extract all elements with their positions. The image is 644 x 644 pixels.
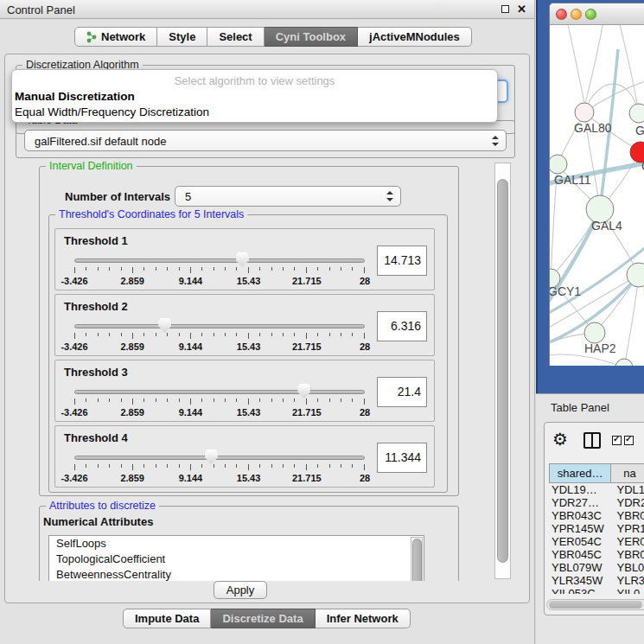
slider-thumb[interactable] (236, 252, 249, 267)
slider-tick-label: 9.144 (179, 473, 203, 483)
name-cell[interactable]: YBR0 (612, 548, 644, 561)
float-window-icon[interactable] (501, 5, 509, 13)
shared-name-cell[interactable]: YLR345W (549, 574, 612, 587)
tab-cyni-toolbox[interactable]: Cyni Toolbox (265, 27, 358, 47)
shared-name-cell[interactable]: YBR045C (549, 548, 612, 561)
table-data-combobox[interactable]: galFiltered.sif default node (24, 130, 507, 151)
checkbox-icon[interactable] (624, 436, 634, 445)
algorithm-option-equal-width[interactable]: Equal Width/Frequency Discretization (14, 105, 209, 118)
tab-jactivemnodules[interactable]: jActiveMNodules (358, 27, 472, 47)
table-row[interactable]: YBR043CYBR0 (549, 509, 644, 522)
network-edge[interactable] (585, 25, 603, 104)
shared-name-cell[interactable]: YBL079W (549, 561, 612, 574)
name-cell[interactable]: YPR1 (612, 522, 644, 535)
network-node[interactable] (629, 104, 644, 123)
table-data-value: galFiltered.sif default node (35, 134, 166, 147)
tab-discretize-data[interactable]: Discretize Data (211, 609, 315, 628)
table-row[interactable]: YBL079WYBL0 (549, 561, 644, 574)
network-edge[interactable] (619, 25, 639, 113)
shared-name-cell[interactable]: YIL053C (549, 587, 612, 594)
network-edge[interactable] (567, 25, 584, 103)
control-panel-tabs: NetworkStyleSelectCyni ToolboxjActiveMNo… (74, 27, 472, 47)
tab-style[interactable]: Style (157, 27, 207, 47)
tab-impute-data[interactable]: Impute Data (123, 609, 211, 628)
slider-track[interactable] (74, 390, 365, 394)
settings-vertical-scrollbar[interactable] (494, 163, 511, 579)
close-icon[interactable]: ✕ (517, 3, 526, 16)
settings-scroll-area: Interval Definition Number of Intervals … (11, 161, 490, 581)
attribute-list-item[interactable]: SelfLoops (49, 536, 424, 552)
mac-zoom-icon[interactable] (585, 9, 596, 20)
name-cell[interactable]: YER0 (612, 535, 644, 548)
column-header-name[interactable]: na (611, 463, 644, 483)
table-row[interactable]: YPR145WYPR1 (549, 522, 644, 535)
threshold-slider[interactable]: -3.4262.8599.14415.4321.71528 (74, 318, 365, 354)
split-columns-icon[interactable] (583, 432, 601, 449)
slider-tick-label: -3.426 (61, 473, 87, 483)
network-node[interactable] (615, 359, 633, 366)
threshold-slider[interactable]: -3.4262.8599.14415.4321.71528 (74, 450, 365, 486)
table-row[interactable]: YDR27…YDR2 (549, 496, 644, 509)
numerical-attributes-label: Numerical Attributes (43, 515, 153, 528)
network-canvas[interactable]: GAL80GAGAL11CGAL4GCY1HHAP2 (550, 25, 644, 366)
mac-minimize-icon[interactable] (571, 9, 582, 20)
threshold-value-field[interactable]: 11.344 (377, 443, 427, 473)
slider-track[interactable] (74, 456, 365, 460)
threshold-value-field[interactable]: 6.316 (377, 311, 427, 341)
table-row[interactable]: YIL053CYIL0 (549, 587, 644, 594)
number-of-intervals-combobox[interactable]: 5 (175, 186, 401, 207)
checkbox-icon[interactable] (612, 436, 622, 445)
tab-label: Discretize Data (222, 612, 303, 625)
table-horizontal-scrollbar[interactable] (546, 599, 644, 610)
name-cell[interactable]: YDR2 (612, 496, 644, 509)
tab-label: Select (219, 30, 252, 43)
gear-icon[interactable]: ⚙ (552, 429, 568, 450)
algorithm-option-manual[interactable]: Manual Discretization (14, 90, 135, 103)
threshold-value-field[interactable]: 21.4 (377, 377, 427, 407)
tab-label: Impute Data (135, 612, 199, 625)
shared-name-cell[interactable]: YER054C (549, 535, 612, 548)
network-view-window[interactable]: GAL80GAGAL11CGAL4GCY1HHAP2 (549, 3, 644, 366)
table-row[interactable]: YLR345WYLR3 (549, 574, 644, 587)
threshold-slider[interactable]: -3.4262.8599.14415.4321.71528 (74, 252, 365, 289)
tab-select[interactable]: Select (207, 27, 264, 47)
shared-name-cell[interactable]: YPR145W (549, 522, 612, 535)
threshold-label: Threshold 4 (64, 431, 128, 444)
numerical-attributes-list[interactable]: SelfLoopsTopologicalCoefficientBetweenne… (48, 535, 424, 581)
shared-name-cell[interactable]: YBR043C (549, 509, 612, 522)
table-row[interactable]: YBR045CYBR0 (549, 548, 644, 561)
network-node[interactable] (550, 155, 567, 174)
column-header-shared-name[interactable]: shared… (549, 463, 611, 483)
slider-thumb[interactable] (205, 450, 218, 464)
name-cell[interactable]: YLR3 (612, 574, 644, 587)
control-panel-titlebar: Control Panel ✕ (0, 0, 534, 19)
slider-thumb[interactable] (297, 384, 310, 399)
name-cell[interactable]: YDL1 (612, 483, 644, 496)
name-cell[interactable]: YIL0 (612, 587, 644, 594)
name-cell[interactable]: YBR0 (612, 509, 644, 522)
name-cell[interactable]: YBL0 (612, 561, 644, 574)
slider-track[interactable] (74, 258, 365, 263)
attribute-list-item[interactable]: BetweennessCentrality (49, 567, 424, 581)
network-edge[interactable] (550, 275, 639, 329)
shared-name-cell[interactable]: YDL19… (549, 483, 612, 496)
slider-track[interactable] (74, 324, 365, 328)
tab-network[interactable]: Network (74, 27, 157, 47)
attribute-list-item[interactable]: TopologicalCoefficient (49, 552, 424, 567)
slider-tick-label: 9.144 (179, 407, 203, 418)
apply-button[interactable]: Apply (214, 581, 267, 599)
table-row[interactable]: YER054CYER0 (549, 535, 644, 548)
network-edge[interactable] (550, 354, 624, 366)
table-row[interactable]: YDL19…YDL1 (549, 483, 644, 496)
shared-name-cell[interactable]: YDR27… (549, 496, 612, 509)
attributes-group: Attributes to discretize Numerical Attri… (39, 506, 459, 581)
slider-thumb[interactable] (158, 318, 171, 333)
network-node[interactable] (575, 103, 594, 122)
mac-close-icon[interactable] (556, 9, 567, 20)
slider-tick-label: 2.859 (120, 407, 144, 418)
attributes-list-scrollbar[interactable] (411, 537, 423, 581)
threshold-slider[interactable]: -3.4262.8599.14415.4321.71528 (74, 384, 365, 420)
network-node[interactable] (584, 322, 605, 343)
threshold-value-field[interactable]: 14.713 (377, 245, 427, 276)
tab-infer-network[interactable]: Infer Network (316, 609, 411, 628)
